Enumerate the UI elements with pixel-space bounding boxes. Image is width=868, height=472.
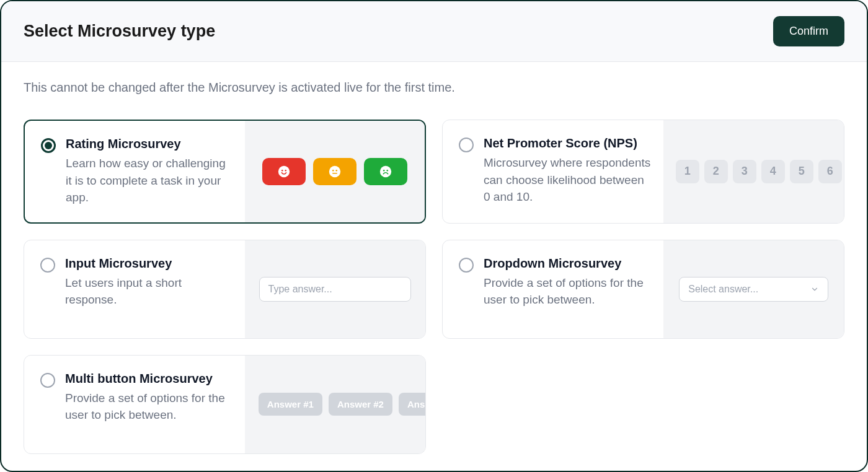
option-rating[interactable]: Rating Microsurvey Learn how easy or cha…: [24, 120, 426, 224]
select-microsurvey-modal: Select Microsurvey type Confirm This can…: [0, 0, 868, 472]
nps-numbers: 1 2 3 4 5 6 7: [672, 160, 844, 183]
svg-point-0: [278, 166, 290, 177]
modal-title: Select Microsurvey type: [24, 22, 215, 41]
microsurvey-options-grid: Rating Microsurvey Learn how easy or cha…: [24, 120, 844, 454]
radio-rating[interactable]: [41, 138, 56, 153]
option-dropdown-desc: Provide a set of options for the user to…: [484, 274, 651, 308]
modal-header: Select Microsurvey type Confirm: [1, 1, 867, 62]
option-dropdown-title: Dropdown Microsurvey: [484, 256, 651, 271]
option-rating-info: Rating Microsurvey Learn how easy or cha…: [25, 121, 245, 222]
option-input-title: Input Microsurvey: [65, 256, 232, 271]
radio-dropdown[interactable]: [459, 258, 474, 273]
option-dropdown[interactable]: Dropdown Microsurvey Provide a set of op…: [442, 240, 844, 339]
option-dropdown-preview: Select answer...: [663, 240, 844, 338]
option-nps-preview: 1 2 3 4 5 6 7: [663, 120, 844, 223]
radio-multibutton[interactable]: [40, 373, 55, 388]
chevron-down-icon: [810, 285, 819, 294]
option-input-info: Input Microsurvey Let users input a shor…: [24, 240, 245, 338]
svg-point-3: [329, 166, 340, 177]
svg-point-2: [285, 170, 286, 172]
face-sad-icon: [364, 158, 407, 185]
option-nps-desc: Microsurvey where respondents can choose…: [484, 154, 651, 206]
input-placeholder-preview: Type answer...: [259, 277, 412, 302]
option-rating-title: Rating Microsurvey: [66, 137, 232, 151]
answer-chip: Ans: [399, 393, 425, 416]
option-multibutton[interactable]: Multi button Microsurvey Provide a set o…: [24, 355, 426, 454]
svg-point-9: [386, 170, 388, 172]
option-nps[interactable]: Net Promoter Score (NPS) Microsurvey whe…: [442, 120, 844, 224]
svg-point-4: [332, 170, 334, 172]
nps-num: 4: [761, 160, 785, 183]
dropdown-placeholder-preview: Select answer...: [679, 277, 828, 302]
face-happy-icon: [262, 158, 306, 185]
svg-point-8: [383, 170, 385, 172]
modal-body: This cannot be changed after the Microsu…: [1, 62, 867, 471]
rating-faces: [262, 158, 407, 185]
svg-point-1: [281, 170, 283, 172]
option-multibutton-title: Multi button Microsurvey: [65, 372, 232, 386]
option-rating-desc: Learn how easy or challenging it is to c…: [66, 155, 232, 206]
confirm-button[interactable]: Confirm: [773, 16, 844, 46]
option-dropdown-info: Dropdown Microsurvey Provide a set of op…: [443, 240, 663, 338]
nps-num: 1: [676, 160, 699, 183]
option-multibutton-info: Multi button Microsurvey Provide a set o…: [24, 356, 245, 453]
option-multibutton-desc: Provide a set of options for the user to…: [65, 390, 232, 424]
option-input-preview: Type answer...: [245, 240, 425, 338]
dropdown-placeholder-text: Select answer...: [688, 284, 758, 295]
option-rating-preview: [245, 121, 425, 222]
option-input[interactable]: Input Microsurvey Let users input a shor…: [24, 240, 426, 339]
svg-point-7: [380, 166, 391, 177]
nps-num: 5: [790, 160, 813, 183]
nps-num: 2: [704, 160, 728, 183]
option-nps-title: Net Promoter Score (NPS): [484, 136, 651, 151]
radio-input[interactable]: [40, 258, 55, 273]
multibutton-chips: Answer #1 Answer #2 Ans: [252, 393, 418, 416]
option-input-desc: Let users input a short response.: [65, 274, 232, 308]
nps-num: 6: [818, 160, 842, 183]
face-neutral-icon: [313, 158, 356, 185]
answer-chip: Answer #1: [259, 393, 322, 416]
option-nps-info: Net Promoter Score (NPS) Microsurvey whe…: [443, 120, 663, 223]
svg-point-5: [335, 170, 337, 172]
answer-chip: Answer #2: [329, 393, 392, 416]
activation-note: This cannot be changed after the Microsu…: [24, 81, 844, 95]
nps-num: 3: [733, 160, 756, 183]
radio-nps[interactable]: [459, 138, 474, 152]
option-multibutton-preview: Answer #1 Answer #2 Ans: [245, 356, 425, 453]
